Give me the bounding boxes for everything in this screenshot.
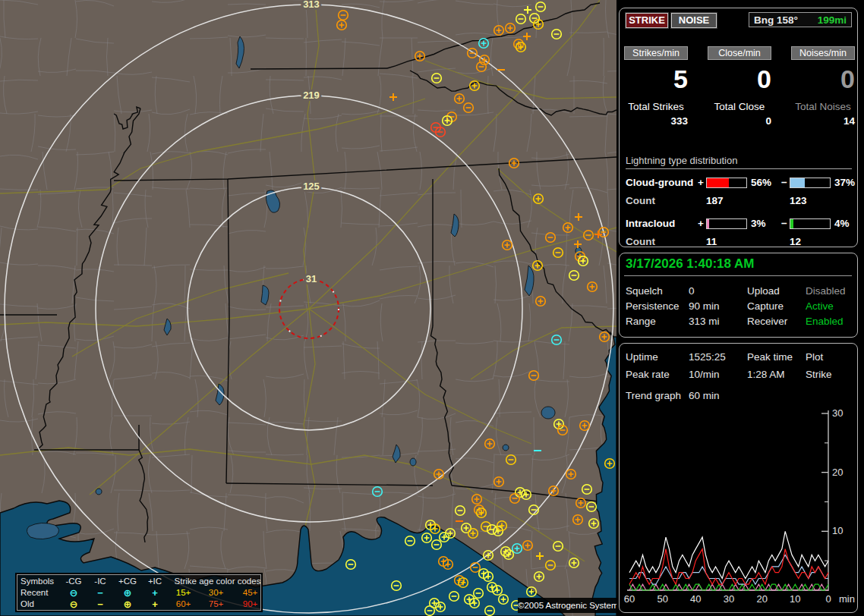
legend-cg-minus-label: -CG	[60, 576, 87, 587]
svg-text:30: 30	[724, 593, 734, 605]
svg-text:313: 313	[303, 0, 320, 10]
noise-mode-button[interactable]: NOISE	[671, 13, 717, 28]
total-close-value: 0	[708, 115, 771, 127]
ic-minus-count: 12	[790, 236, 801, 247]
squelch-label: Squelch	[626, 285, 663, 297]
legend-old-row: Old ⊖ − ⊕ + 60+ 75+ 90+	[20, 599, 260, 610]
old-cg-minus-icon: ⊖	[60, 599, 87, 610]
age-code-75: 75+	[199, 599, 233, 610]
ic-plus-count: 11	[706, 236, 717, 247]
old-ic-minus-icon: −	[87, 599, 113, 610]
legend-header-row: Symbols -CG -IC +CG +IC Strike age color…	[20, 576, 260, 587]
total-strikes-label: Total Strikes	[624, 101, 688, 112]
noises-per-min-value: 0	[791, 64, 855, 94]
separator	[624, 275, 852, 276]
datetime-display: 3/17/2026 1:40:18 AM	[626, 256, 754, 272]
svg-text:125: 125	[303, 181, 320, 192]
cg-minus-count: 123	[790, 195, 807, 206]
trend-chart: 1020306050403020100min	[620, 344, 857, 612]
recent-ic-plus-icon: +	[142, 587, 168, 599]
status-panel: 3/17/2026 1:40:18 AM Squelch 0 Upload Di…	[619, 253, 858, 338]
legend-age-codes-label: Strike age color codes	[168, 576, 267, 587]
ic-minus-pct: 4%	[834, 218, 850, 229]
capture-value: Active	[806, 300, 834, 312]
close-per-min-label[interactable]: Close/min	[708, 46, 771, 60]
receiver-value: Enabled	[806, 316, 844, 327]
count-label: Count	[626, 236, 655, 247]
bearing-value: Bng 158°	[754, 13, 798, 27]
legend-recent-row: Recent ⊖ − ⊕ + 15+ 30+ 45+	[20, 587, 260, 599]
distribution-title: Lightning type distribution	[626, 155, 852, 169]
ic-plus-bar	[706, 218, 747, 229]
counters-panel: STRIKE NOISE Bng 158° 199mi Strikes/min …	[619, 8, 858, 247]
range-value: 313 mi	[689, 316, 720, 327]
plus-sign: +	[698, 218, 704, 229]
upload-label: Upload	[747, 285, 780, 297]
legend-ic-plus-label: +IC	[142, 576, 168, 587]
intracloud-count-row: Count 11 12	[626, 236, 853, 247]
noises-per-min-label[interactable]: Noises/min	[791, 46, 855, 60]
minus-sign: −	[781, 177, 787, 188]
age-code-45: 45+	[233, 587, 267, 599]
svg-text:0: 0	[825, 593, 831, 605]
svg-text:min: min	[839, 593, 855, 605]
svg-text:30: 30	[832, 407, 843, 419]
minus-sign: −	[781, 218, 787, 229]
receiver-label: Receiver	[747, 316, 787, 327]
total-noises-value: 14	[791, 115, 855, 127]
ic-minus-bar	[790, 218, 831, 229]
strikes-per-min-value: 5	[624, 64, 688, 94]
cg-plus-bar	[706, 178, 747, 188]
close-per-min-value: 0	[708, 64, 771, 94]
count-label: Count	[626, 195, 655, 206]
persistence-value: 90 min	[689, 300, 720, 312]
capture-label: Capture	[747, 300, 784, 312]
legend-symbols-label: Symbols	[20, 576, 60, 587]
svg-text:10: 10	[790, 593, 800, 605]
total-strikes-value: 333	[624, 115, 688, 127]
total-noises-label: Total Noises	[791, 101, 855, 112]
map-canvas[interactable]: 31125219313	[0, 0, 616, 616]
distance-value: 199mi	[818, 13, 847, 27]
legend-cg-plus-label: +CG	[113, 576, 142, 587]
squelch-value: 0	[689, 285, 695, 297]
recent-ic-minus-icon: −	[87, 587, 113, 599]
cg-plus-count: 187	[706, 195, 724, 206]
recent-cg-plus-icon: ⊕	[113, 587, 142, 599]
cg-plus-pct: 56%	[751, 177, 771, 188]
strike-mode-button[interactable]: STRIKE	[626, 13, 668, 28]
strikes-per-min-label[interactable]: Strikes/min	[624, 46, 688, 60]
legend-ic-minus-label: -IC	[87, 576, 113, 587]
svg-text:60: 60	[624, 593, 635, 605]
age-code-15: 15+	[168, 587, 199, 599]
old-cg-plus-icon: ⊕	[113, 599, 142, 610]
svg-text:219: 219	[303, 90, 320, 101]
recent-cg-minus-icon: ⊖	[60, 587, 87, 599]
legend-old-label: Old	[20, 599, 60, 610]
intracloud-row: Intracloud + 3% − 4%	[626, 218, 853, 228]
old-ic-plus-icon: +	[142, 599, 168, 610]
noises-counter-column: Noises/min 0 Total Noises 14	[791, 46, 855, 127]
status-sidebar: STRIKE NOISE Bng 158° 199mi Strikes/min …	[616, 0, 864, 616]
upload-value: Disabled	[806, 285, 846, 297]
total-close-label: Total Close	[708, 101, 771, 112]
svg-text:31: 31	[306, 273, 317, 284]
bearing-readout: Bng 158° 199mi	[749, 12, 852, 27]
cloud-ground-label: Cloud-ground	[626, 177, 693, 188]
svg-text:20: 20	[832, 467, 843, 478]
cg-minus-bar	[790, 178, 831, 188]
persistence-label: Persistence	[626, 300, 680, 312]
age-code-60: 60+	[168, 599, 199, 610]
svg-text:40: 40	[690, 593, 701, 605]
age-code-90: 90+	[233, 599, 267, 610]
svg-text:50: 50	[657, 593, 667, 605]
session-panel: Uptime 1525:25 Peak time Plot Peak rate …	[619, 343, 858, 613]
lightning-map[interactable]: 31125219313 Symbols -CG -IC +CG +IC Stri…	[0, 0, 616, 616]
svg-text:20: 20	[756, 593, 767, 605]
range-label: Range	[626, 316, 656, 327]
nexstorm-app: 31125219313 Symbols -CG -IC +CG +IC Stri…	[0, 0, 864, 616]
strikes-counter-column: Strikes/min 5 Total Strikes 333	[624, 46, 688, 127]
legend-recent-label: Recent	[20, 587, 60, 599]
cg-minus-pct: 37%	[834, 177, 855, 188]
cloud-ground-row: Cloud-ground + 56% − 37%	[626, 177, 853, 187]
